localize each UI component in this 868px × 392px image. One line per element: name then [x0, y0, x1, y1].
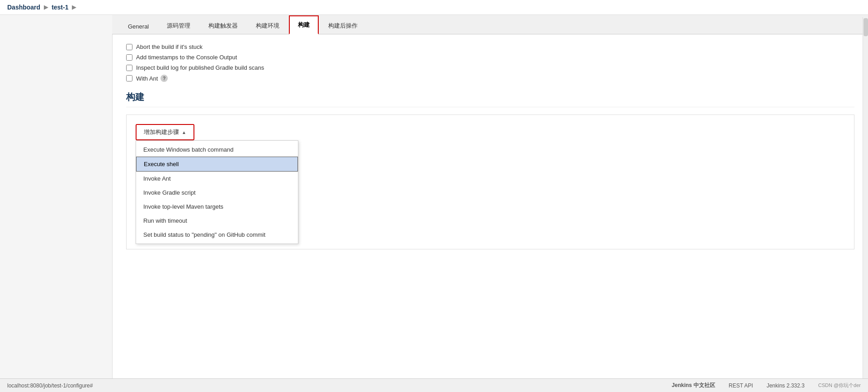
dropdown-item-set-status[interactable]: Set build status to "pending" on GitHub … [136, 228, 298, 242]
breadcrumb-sep2: ▶ [72, 4, 76, 10]
main-layout: Abort the build if it's stuck Add timest… [0, 34, 868, 392]
jenkins-version: Jenkins 2.332.3 [767, 382, 805, 389]
help-icon[interactable]: ? [160, 75, 168, 82]
arrow-up-icon: ▲ [182, 130, 186, 135]
build-section-box: 增加构建步骤 ▲ Execute Windows batch command E… [126, 115, 854, 249]
project-link[interactable]: test-1 [52, 4, 68, 11]
checkbox-abort-label: Abort the build if it's stuck [136, 43, 203, 50]
breadcrumb: Dashboard ▶ test-1 ▶ [0, 0, 868, 15]
jenkins-community[interactable]: Jenkins 中文社区 [672, 382, 715, 389]
tab-bar: General 源码管理 构建触发器 构建环境 构建 构建后操作 [112, 15, 868, 34]
breadcrumb-sep1: ▶ [44, 4, 48, 10]
dropdown-menu: Execute Windows batch command Execute sh… [136, 140, 298, 244]
dropdown-item-exec-shell[interactable]: Execute shell [136, 157, 298, 172]
tab-source[interactable]: 源码管理 [158, 17, 199, 34]
footer: localhost:8080/job/test-1/configure# Jen… [0, 378, 868, 392]
content-area: Abort the build if it's stuck Add timest… [112, 34, 868, 392]
tab-post[interactable]: 构建后操作 [320, 17, 366, 34]
dropdown-item-run-timeout[interactable]: Run with timeout [136, 214, 298, 228]
add-build-step-button[interactable]: 增加构建步骤 ▲ [136, 124, 194, 140]
footer-url: localhost:8080/job/test-1/configure# [7, 382, 93, 389]
tab-build[interactable]: 构建 [289, 15, 319, 34]
checkbox-timestamps-label: Add timestamps to the Console Output [136, 54, 237, 61]
dropdown-item-invoke-ant[interactable]: Invoke Ant [136, 172, 298, 186]
csdn-note: CSDN @你玩个der [818, 382, 861, 389]
add-step-label: 增加构建步骤 [144, 128, 179, 136]
sidebar [0, 34, 112, 392]
tab-triggers[interactable]: 构建触发器 [200, 17, 246, 34]
footer-right: Jenkins 中文社区 REST API Jenkins 2.332.3 CS… [672, 382, 861, 389]
dropdown-item-exec-win[interactable]: Execute Windows batch command [136, 143, 298, 157]
checkbox-timestamps[interactable] [126, 54, 132, 61]
tab-general[interactable]: General [119, 18, 157, 34]
dropdown-item-invoke-maven[interactable]: Invoke top-level Maven targets [136, 200, 298, 214]
tab-environment[interactable]: 构建环境 [247, 17, 288, 34]
rest-api-link[interactable]: REST API [729, 382, 753, 389]
with-ant-row: With Ant ? [136, 75, 168, 82]
dashboard-link[interactable]: Dashboard [7, 4, 40, 11]
checkbox-group: Abort the build if it's stuck Add timest… [126, 43, 854, 82]
checkbox-ant[interactable] [126, 75, 132, 81]
build-section-title: 构建 [126, 91, 854, 107]
checkbox-item-2: Add timestamps to the Console Output [126, 54, 854, 61]
scrollbar-thumb[interactable] [863, 18, 868, 36]
checkbox-item-3: Inspect build log for published Gradle b… [126, 64, 854, 71]
checkbox-ant-label: With Ant [136, 75, 158, 82]
dropdown-container: 增加构建步骤 ▲ Execute Windows batch command E… [136, 124, 194, 140]
dropdown-item-invoke-gradle[interactable]: Invoke Gradle script [136, 186, 298, 200]
checkbox-gradle-label: Inspect build log for published Gradle b… [136, 64, 264, 71]
checkbox-item-1: Abort the build if it's stuck [126, 43, 854, 50]
scrollbar[interactable] [863, 17, 868, 378]
checkbox-abort[interactable] [126, 44, 132, 50]
checkbox-gradle[interactable] [126, 65, 132, 71]
checkbox-item-4: With Ant ? [126, 75, 854, 82]
